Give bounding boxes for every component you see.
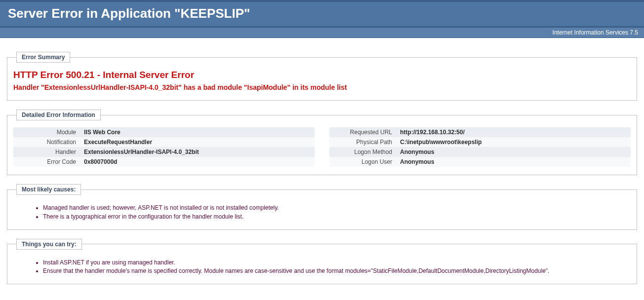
error-title: HTTP Error 500.21 - Internal Server Erro…	[13, 70, 631, 80]
detail-label: Notification	[13, 137, 80, 147]
list-item: Install ASP.NET if you are using managed…	[43, 259, 631, 267]
list-item: Ensure that the handler module's name is…	[43, 267, 631, 275]
detail-value: ExecuteRequestHandler	[80, 137, 315, 147]
error-summary-legend: Error Summary	[16, 52, 70, 63]
table-row: Logon UserAnonymous	[329, 157, 631, 167]
list-item: Managed handler is used; however, ASP.NE…	[43, 204, 631, 212]
error-summary-section: Error Summary HTTP Error 500.21 - Intern…	[7, 52, 637, 101]
list-item: There is a typographical error in the co…	[43, 213, 631, 221]
page-title: Server Error in Application "KEEPSLIP"	[0, 2, 644, 26]
detail-value: Anonymous	[396, 157, 631, 167]
detail-value: Anonymous	[396, 147, 631, 157]
most-likely-causes-section: Most likely causes: Managed handler is u…	[7, 184, 637, 230]
detail-label: Physical Path	[329, 137, 396, 147]
table-row: Requested URLhttp://192.168.10.32:50/	[329, 127, 631, 137]
detail-value: IIS Web Core	[80, 127, 315, 137]
detail-left-column: ModuleIIS Web Core NotificationExecuteRe…	[13, 127, 315, 167]
detail-label: Logon User	[329, 157, 396, 167]
detail-value: 0x8007000d	[80, 157, 315, 167]
things-you-can-try-section: Things you can try: Install ASP.NET if y…	[7, 239, 637, 285]
detailed-error-legend: Detailed Error Information	[16, 110, 101, 120]
detail-right-column: Requested URLhttp://192.168.10.32:50/ Ph…	[329, 127, 631, 167]
detailed-error-section: Detailed Error Information ModuleIIS Web…	[7, 110, 637, 175]
table-row: Physical PathC:\inetpub\wwwroot\keepslip	[329, 137, 631, 147]
things-you-can-try-legend: Things you can try:	[16, 239, 82, 250]
table-row: NotificationExecuteRequestHandler	[13, 137, 315, 147]
detail-value: http://192.168.10.32:50/	[396, 127, 631, 137]
table-row: ModuleIIS Web Core	[13, 127, 315, 137]
most-likely-causes-legend: Most likely causes:	[16, 184, 81, 195]
detail-label: Logon Method	[329, 147, 396, 157]
detail-value: C:\inetpub\wwwroot\keepslip	[396, 137, 631, 147]
table-row: HandlerExtensionlessUrlHandler-ISAPI-4.0…	[13, 147, 315, 157]
detail-label: Error Code	[13, 157, 80, 167]
detail-label: Module	[13, 127, 80, 137]
detail-label: Requested URL	[329, 127, 396, 137]
detail-label: Handler	[13, 147, 80, 157]
error-subtitle: Handler "ExtensionlessUrlHandler-ISAPI-4…	[13, 83, 631, 91]
page-subheader: Internet Information Services 7.5	[0, 28, 644, 38]
table-row: Error Code0x8007000d	[13, 157, 315, 167]
page-header: Server Error in Application "KEEPSLIP"	[0, 0, 644, 28]
content-area: Error Summary HTTP Error 500.21 - Intern…	[0, 38, 644, 292]
table-row: Logon MethodAnonymous	[329, 147, 631, 157]
detail-value: ExtensionlessUrlHandler-ISAPI-4.0_32bit	[80, 147, 315, 157]
